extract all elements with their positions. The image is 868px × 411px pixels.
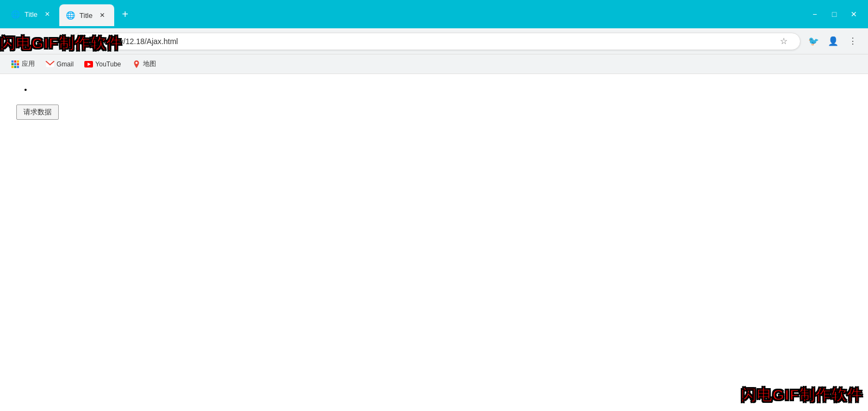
tab-active-globe-icon: 🌐 — [66, 11, 75, 20]
menu-icon: ⋮ — [848, 36, 857, 46]
back-button[interactable]: ← — [7, 33, 24, 50]
apps-label: 应用 — [22, 59, 35, 69]
tab-inactive-label: Title — [24, 10, 38, 19]
bookmarks-bar: 应用 Gmail YouTube 地图 — [0, 54, 868, 74]
refresh-button[interactable]: ↻ — [50, 33, 67, 50]
tab-active-close[interactable]: ✕ — [97, 10, 108, 21]
profile-icon: 👤 — [828, 36, 839, 46]
maximize-button[interactable]: □ — [829, 10, 840, 19]
tab-inactive-close[interactable]: ✕ — [42, 9, 53, 20]
bird-button[interactable]: 🐦 — [805, 33, 822, 50]
back-icon: ← — [11, 36, 20, 46]
window-controls: − □ ✕ — [809, 10, 864, 19]
address-box[interactable]: localhost/my/12.18/Ajax.html ☆ — [72, 33, 801, 50]
refresh-icon: ↻ — [55, 36, 63, 46]
tab-inactive[interactable]: 🌐 Title ✕ — [4, 4, 59, 24]
url-text: localhost/my/12.18/Ajax.html — [81, 37, 776, 46]
gmail-label: Gmail — [57, 60, 73, 68]
svg-rect-3 — [11, 63, 14, 65]
title-bar: 🌐 Title ✕ 🌐 Title ✕ + − □ ✕ — [0, 0, 868, 28]
new-tab-button[interactable]: + — [116, 5, 134, 23]
svg-rect-2 — [17, 60, 19, 63]
svg-rect-0 — [11, 60, 14, 63]
bullet-list — [33, 85, 852, 94]
address-bar-row: ← → ↻ localhost/my/12.18/Ajax.html ☆ 🐦 👤… — [0, 28, 868, 54]
bird-icon: 🐦 — [808, 36, 819, 46]
svg-rect-8 — [17, 66, 19, 68]
bookmark-youtube[interactable]: YouTube — [80, 58, 125, 71]
list-item — [33, 85, 852, 94]
youtube-icon — [84, 60, 93, 69]
forward-button[interactable]: → — [28, 33, 46, 50]
minimize-button[interactable]: − — [809, 10, 820, 19]
svg-rect-5 — [17, 63, 19, 65]
gmail-icon — [46, 60, 54, 69]
maps-icon — [132, 60, 141, 69]
menu-button[interactable]: ⋮ — [844, 33, 861, 50]
profile-button[interactable]: 👤 — [824, 33, 842, 50]
svg-rect-6 — [11, 66, 14, 68]
toolbar-right: 🐦 👤 ⋮ — [805, 33, 861, 50]
close-button[interactable]: ✕ — [848, 10, 859, 19]
svg-point-12 — [135, 62, 138, 64]
svg-rect-1 — [14, 60, 16, 63]
request-data-button[interactable]: 请求数据 — [16, 105, 59, 120]
bookmark-maps[interactable]: 地图 — [128, 57, 160, 71]
tab-active[interactable]: 🌐 Title ✕ — [59, 4, 114, 26]
bookmark-apps[interactable]: 应用 — [7, 57, 39, 71]
apps-icon — [11, 60, 20, 69]
forward-icon: → — [33, 36, 41, 46]
page-content: 请求数据 — [0, 74, 868, 390]
maps-label: 地图 — [143, 59, 156, 69]
tab-active-label: Title — [79, 11, 92, 20]
svg-rect-4 — [14, 63, 16, 65]
bookmark-star-icon[interactable]: ☆ — [776, 34, 791, 49]
bookmark-gmail[interactable]: Gmail — [41, 58, 78, 71]
svg-rect-7 — [14, 66, 16, 68]
tab-globe-icon: 🌐 — [11, 10, 20, 19]
youtube-label: YouTube — [95, 60, 121, 68]
